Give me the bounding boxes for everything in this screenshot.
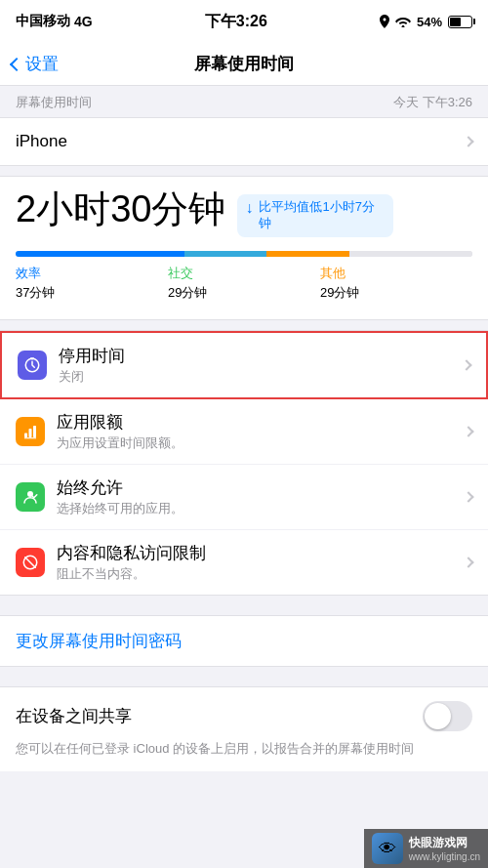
app-limits-right — [465, 428, 472, 435]
cat-social: 社交 29分钟 — [168, 265, 320, 302]
spacer-4 — [0, 667, 488, 686]
screen-time-header: 屏幕使用时间 今天 下午3:26 — [0, 86, 488, 117]
nav-bar: 设置 屏幕使用时间 — [0, 43, 488, 86]
usage-categories: 效率 37分钟 社交 29分钟 其他 29分钟 — [16, 265, 472, 302]
content-privacy-subtitle: 阻止不当内容。 — [57, 565, 206, 583]
downtime-chevron-icon — [461, 359, 471, 370]
downtime-highlight: 停用时间 关闭 — [0, 331, 488, 399]
share-note-text: 您可以在任何已登录 iCloud 的设备上启用，以报告合并的屏幕使用时间 — [16, 741, 414, 756]
svg-line-8 — [25, 558, 36, 568]
svg-rect-4 — [33, 426, 36, 437]
usage-comparison: ↓ 比平均值低1小时7分钟 — [237, 194, 393, 237]
location-icon — [380, 15, 389, 28]
watermark-text: 快眼游戏网 www.kyligting.cn — [409, 835, 480, 862]
share-toggle[interactable] — [423, 701, 472, 731]
comparison-text: 比平均值低1小时7分钟 — [259, 199, 386, 232]
downtime-subtitle: 关闭 — [59, 368, 125, 386]
usage-progress-bar — [16, 251, 472, 257]
change-password-link[interactable]: 更改屏幕使用时间密码 — [16, 632, 182, 650]
battery-icon — [448, 16, 472, 28]
back-chevron-icon — [10, 57, 23, 70]
content-privacy-icon — [16, 548, 45, 577]
always-allow-text: 始终允许 选择始终可用的应用。 — [57, 476, 183, 517]
cat-other: 其他 29分钟 — [320, 265, 472, 302]
menu-section: 停用时间 关闭 应用限额 为应用设置时间限额。 — [0, 330, 488, 596]
cat-other-label: 其他 — [320, 265, 472, 282]
comparison-icon: ↓ — [245, 199, 253, 217]
cat-other-time: 29分钟 — [320, 284, 472, 302]
svg-rect-2 — [24, 433, 27, 437]
status-left: 中国移动 4G — [16, 13, 93, 30]
share-title: 在设备之间共享 — [16, 705, 132, 727]
share-note: 您可以在任何已登录 iCloud 的设备上启用，以报告合并的屏幕使用时间 — [16, 731, 472, 759]
usage-block: 2小时30分钟 ↓ 比平均值低1小时7分钟 效率 37分钟 社交 29分钟 其他… — [0, 176, 488, 320]
downtime-left: 停用时间 关闭 — [18, 345, 125, 386]
cat-efficiency: 效率 37分钟 — [16, 265, 168, 302]
content-privacy-right — [465, 558, 472, 566]
back-label: 设置 — [25, 53, 59, 75]
share-row: 在设备之间共享 — [16, 701, 472, 731]
downtime-item[interactable]: 停用时间 关闭 — [2, 333, 486, 397]
app-limits-icon — [16, 417, 45, 446]
watermark-site: 快眼游戏网 — [409, 835, 480, 851]
share-section: 在设备之间共享 您可以在任何已登录 iCloud 的设备上启用，以报告合并的屏幕… — [0, 686, 488, 772]
app-limits-title: 应用限额 — [57, 411, 183, 434]
spacer-2 — [0, 320, 488, 330]
downtime-icon — [18, 351, 47, 380]
always-allow-left: 始终允许 选择始终可用的应用。 — [16, 476, 183, 517]
usage-time: 2小时30分钟 — [16, 190, 225, 227]
network-type: 4G — [74, 14, 93, 29]
svg-point-1 — [31, 358, 33, 360]
status-bar: 中国移动 4G 下午3:26 54% — [0, 0, 488, 43]
always-allow-chevron-icon — [463, 491, 473, 502]
app-limits-item[interactable]: 应用限额 为应用设置时间限额。 — [0, 399, 488, 465]
app-limits-left: 应用限额 为应用设置时间限额。 — [16, 411, 183, 452]
always-allow-icon — [16, 482, 45, 512]
app-limits-subtitle: 为应用设置时间限额。 — [57, 434, 183, 452]
usage-header: 2小时30分钟 ↓ 比平均值低1小时7分钟 — [16, 190, 472, 237]
spacer-1 — [0, 166, 488, 176]
content-privacy-left: 内容和隐私访问限制 阻止不当内容。 — [16, 542, 206, 583]
app-limits-text: 应用限额 为应用设置时间限额。 — [57, 411, 183, 452]
iphone-label: iPhone — [16, 132, 67, 151]
segment-efficiency — [16, 251, 184, 257]
downtime-right — [463, 361, 470, 369]
always-allow-right — [465, 493, 472, 501]
cat-social-label: 社交 — [168, 265, 320, 282]
change-password-section[interactable]: 更改屏幕使用时间密码 — [0, 615, 488, 667]
content-privacy-title: 内容和隐私访问限制 — [57, 542, 206, 564]
nav-title: 屏幕使用时间 — [194, 53, 294, 75]
cat-social-time: 29分钟 — [168, 284, 320, 302]
segment-other — [266, 251, 348, 257]
toggle-knob — [425, 703, 451, 729]
content-privacy-item[interactable]: 内容和隐私访问限制 阻止不当内容。 — [0, 530, 488, 595]
cat-efficiency-label: 效率 — [16, 265, 168, 282]
iphone-row[interactable]: iPhone — [0, 117, 488, 166]
back-button[interactable]: 设置 — [12, 53, 59, 75]
status-time: 下午3:26 — [205, 12, 267, 32]
iphone-chevron-icon — [463, 136, 473, 146]
content-privacy-chevron-icon — [463, 557, 473, 567]
downtime-text: 停用时间 关闭 — [59, 345, 125, 386]
battery-fill — [450, 18, 461, 26]
carrier-label: 中国移动 — [16, 13, 70, 30]
app-limits-chevron-icon — [463, 426, 473, 436]
battery-percent: 54% — [417, 15, 442, 29]
always-allow-subtitle: 选择始终可用的应用。 — [57, 500, 183, 517]
watermark: 👁 快眼游戏网 www.kyligting.cn — [364, 829, 488, 868]
section-label: 屏幕使用时间 — [16, 94, 92, 111]
always-allow-item[interactable]: 始终允许 选择始终可用的应用。 — [0, 465, 488, 530]
downtime-title: 停用时间 — [59, 345, 125, 367]
segment-remaining — [349, 251, 472, 257]
content-privacy-text: 内容和隐私访问限制 阻止不当内容。 — [57, 542, 206, 583]
wifi-icon — [395, 16, 411, 27]
segment-social — [184, 251, 266, 257]
watermark-url: www.kyligting.cn — [409, 851, 480, 862]
watermark-logo: 👁 — [372, 833, 403, 864]
always-allow-title: 始终允许 — [57, 476, 183, 499]
svg-rect-3 — [29, 429, 32, 437]
section-value: 今天 下午3:26 — [393, 94, 472, 111]
status-right: 54% — [380, 15, 472, 29]
spacer-3 — [0, 596, 488, 615]
cat-efficiency-time: 37分钟 — [16, 284, 168, 302]
